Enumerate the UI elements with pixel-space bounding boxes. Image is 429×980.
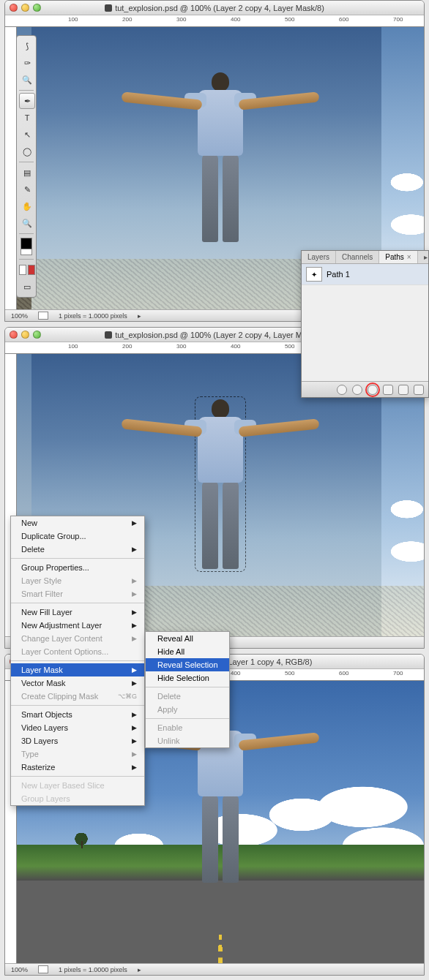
- subject-person-selected: [198, 399, 243, 569]
- status-menu-icon[interactable]: ▸: [138, 312, 141, 320]
- submenu-item[interactable]: Reveal All: [146, 632, 229, 645]
- proxy-preview-icon[interactable]: [38, 312, 48, 320]
- zoom-level[interactable]: 100%: [11, 312, 28, 320]
- close-icon[interactable]: [10, 331, 18, 339]
- minimize-icon[interactable]: [21, 331, 29, 339]
- layer-context-menu[interactable]: New▶Duplicate Group...Delete▶Group Prope…: [10, 516, 145, 806]
- tab-layers[interactable]: Layers: [302, 251, 336, 263]
- toolbox[interactable]: ⟆ ✑ 🔍 ✒ T ↖ ◯ ▤ ✎ ✋ 🔍 ▭: [16, 35, 37, 298]
- eyedropper-tool-icon[interactable]: ✎: [19, 181, 35, 197]
- submenu-item: Apply: [146, 703, 229, 716]
- paths-panel[interactable]: Layers Channels Paths× ▸ ✦ Path 1: [301, 250, 429, 398]
- zoom-level[interactable]: 100%: [11, 966, 28, 973]
- menu-item[interactable]: Layer Mask▶: [11, 663, 144, 676]
- layer-mask-submenu[interactable]: Reveal AllHide AllReveal SelectionHide S…: [145, 631, 230, 748]
- menu-item[interactable]: Rasterize▶: [11, 761, 144, 774]
- menu-item[interactable]: 3D Layers▶: [11, 734, 144, 747]
- menu-item: Layer Content Options...: [11, 645, 144, 658]
- close-tab-icon[interactable]: ×: [407, 253, 411, 261]
- color-swatches[interactable]: [19, 236, 34, 257]
- close-icon[interactable]: [10, 4, 18, 12]
- submenu-item[interactable]: Reveal Selection: [146, 658, 229, 671]
- path-thumbnail-icon: ✦: [306, 267, 322, 282]
- zoom-icon[interactable]: [33, 4, 41, 12]
- submenu-item: Unlink: [146, 734, 229, 747]
- status-units: 1 pixels = 1.0000 pixels: [59, 966, 127, 973]
- menu-item[interactable]: New▶: [11, 516, 144, 529]
- panel-footer: [302, 381, 428, 397]
- menu-item[interactable]: Vector Mask▶: [11, 676, 144, 690]
- submenu-item[interactable]: Hide Selection: [146, 671, 229, 685]
- hand-tool-icon[interactable]: ✋: [19, 198, 35, 214]
- panel-menu-icon[interactable]: ▸: [418, 251, 429, 263]
- fill-path-icon[interactable]: [337, 385, 347, 395]
- screen-mode-icon[interactable]: ▭: [19, 279, 35, 295]
- zoom-icon[interactable]: [33, 331, 41, 339]
- type-tool-icon[interactable]: T: [19, 110, 35, 126]
- ruler-horizontal[interactable]: 100 200 300 400 500 600 700: [5, 15, 424, 27]
- submenu-item: Delete: [146, 690, 229, 703]
- notes-tool-icon[interactable]: ▤: [19, 165, 35, 181]
- submenu-item: Enable: [146, 721, 229, 734]
- ellipse-tool-icon[interactable]: ◯: [19, 143, 35, 159]
- quick-mask-icon[interactable]: [19, 262, 35, 278]
- load-path-as-selection-icon[interactable]: [368, 385, 378, 395]
- titlebar-1[interactable]: tut_explosion.psd @ 100% (Layer 2 copy 4…: [5, 1, 424, 15]
- menu-item: Type▶: [11, 747, 144, 761]
- zoom-tool-icon[interactable]: 🔍: [19, 215, 35, 231]
- menu-item[interactable]: Video Layers▶: [11, 721, 144, 734]
- menu-item: Change Layer Content▶: [11, 632, 144, 645]
- menu-item[interactable]: Duplicate Group...: [11, 529, 144, 543]
- menu-item[interactable]: Group Properties...: [11, 561, 144, 574]
- menu-item: Create Clipping Mask⌥⌘G: [11, 690, 144, 703]
- make-work-path-icon[interactable]: [383, 385, 393, 395]
- ruler-vertical[interactable]: [5, 27, 17, 309]
- tab-paths[interactable]: Paths×: [379, 251, 417, 263]
- submenu-item[interactable]: Hide All: [146, 645, 229, 658]
- path-item[interactable]: ✦ Path 1: [302, 264, 428, 285]
- delete-path-icon[interactable]: [414, 385, 424, 395]
- status-units: 1 pixels = 1.0000 pixels: [59, 312, 127, 320]
- pen-tool-icon[interactable]: ✒: [19, 93, 35, 109]
- menu-item[interactable]: New Fill Layer▶: [11, 606, 144, 619]
- menu-item[interactable]: Delete▶: [11, 543, 144, 556]
- proxy-preview-icon[interactable]: [38, 965, 48, 973]
- menu-item[interactable]: New Layer Based Slice: [11, 779, 144, 792]
- menu-item[interactable]: Smart Objects▶: [11, 708, 144, 721]
- menu-item: Layer Style▶: [11, 574, 144, 587]
- tab-channels[interactable]: Channels: [336, 251, 379, 263]
- menu-item[interactable]: New Adjustment Layer▶: [11, 619, 144, 632]
- status-menu-icon[interactable]: ▸: [138, 966, 141, 973]
- window-title: tut_explosion.psd @ 100% (Layer 2 copy 4…: [5, 4, 424, 12]
- stroke-path-icon[interactable]: [352, 385, 362, 395]
- minimize-icon[interactable]: [21, 4, 29, 12]
- path-select-tool-icon[interactable]: ↖: [19, 127, 35, 143]
- path-name[interactable]: Path 1: [327, 270, 350, 279]
- quick-select-tool-icon[interactable]: ✑: [19, 55, 35, 71]
- status-bar: 100% 1 pixels = 1.0000 pixels ▸: [5, 963, 424, 975]
- subject-person: [198, 72, 243, 242]
- lasso-tool-icon[interactable]: ⟆: [19, 38, 35, 54]
- new-path-icon[interactable]: [398, 385, 409, 395]
- magnify-tool-icon[interactable]: 🔍: [19, 72, 35, 88]
- menu-item[interactable]: Group Layers: [11, 792, 144, 805]
- menu-item: Smart Filter▶: [11, 587, 144, 600]
